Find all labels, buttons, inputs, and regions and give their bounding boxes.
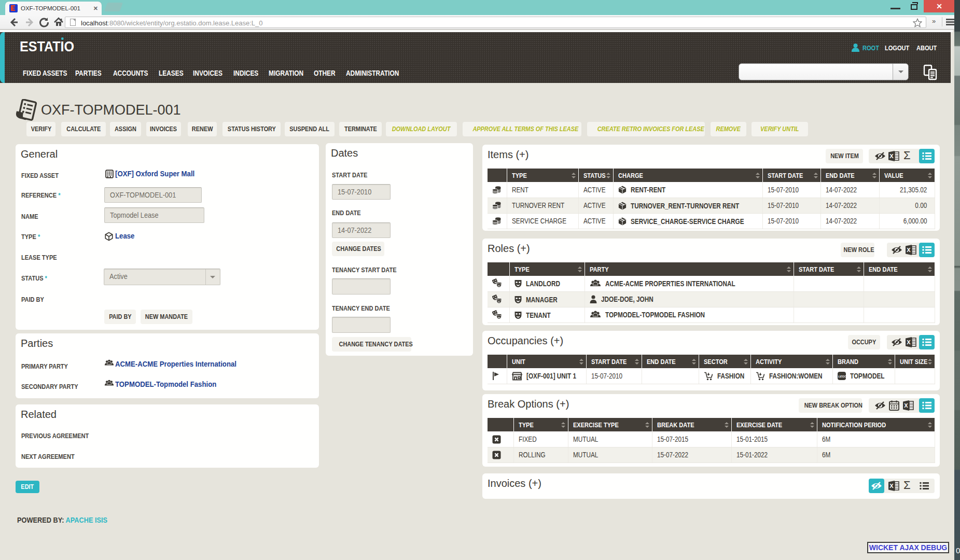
svg-text:X: X	[889, 483, 894, 489]
svg-text:X: X	[907, 339, 911, 345]
svg-text:LEGO: LEGO	[838, 375, 846, 378]
svg-text:X: X	[904, 402, 908, 409]
svg-text:X: X	[889, 153, 894, 159]
svg-text:X: X	[907, 247, 911, 253]
